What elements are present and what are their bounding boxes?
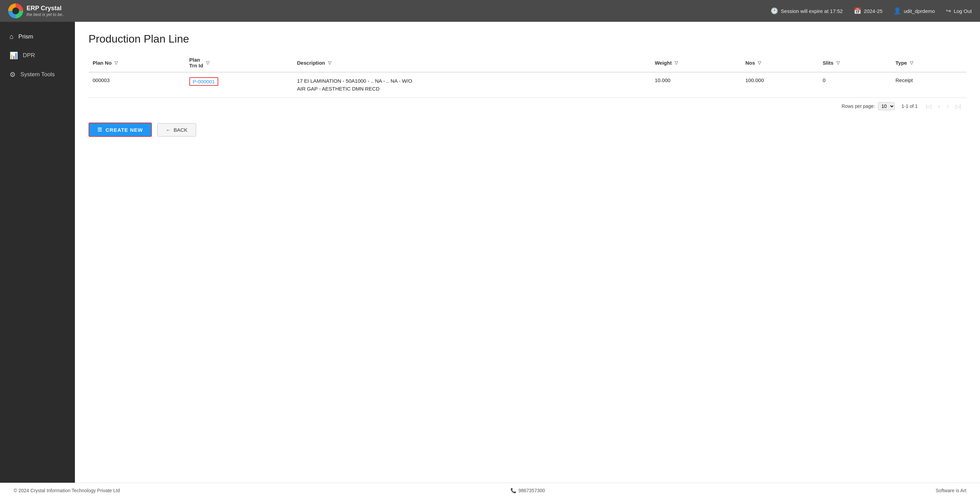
cell-plan-trn-id: P-000001: [185, 72, 293, 98]
col-nos: Nos ▽: [741, 53, 819, 72]
pagination-row: Rows per page: 10 25 50 1-1 of 1 |◁ ‹ › …: [89, 98, 966, 115]
rows-per-page-select[interactable]: 10 25 50: [878, 102, 895, 110]
app-footer: © 2024 Crystal Information Technology Pr…: [0, 483, 980, 498]
clock-icon: 🕐: [771, 7, 778, 14]
filter-type-icon[interactable]: ▽: [910, 60, 913, 65]
create-new-button[interactable]: ☰ CREATE NEW: [89, 123, 152, 137]
user-info: 👤 udit_dprdemo: [894, 7, 935, 14]
filter-nos-icon[interactable]: ▽: [758, 60, 761, 65]
col-plan-no: Plan No ▽: [89, 53, 185, 72]
next-page-button[interactable]: ›: [946, 102, 950, 110]
filter-slits-icon[interactable]: ▽: [836, 60, 840, 65]
cell-slits: 0: [819, 72, 891, 98]
footer-phone-number: 9867357300: [518, 488, 545, 493]
col-weight: Weight ▽: [651, 53, 741, 72]
phone-icon: 📞: [511, 488, 516, 493]
body-layout: ⌂ Prism 📊 DPR ⚙ System Tools Production …: [0, 22, 980, 483]
last-page-button[interactable]: ▷|: [954, 102, 962, 110]
sidebar-item-prism[interactable]: ⌂ Prism: [0, 27, 75, 46]
back-label: BACK: [173, 127, 188, 133]
rows-per-page-label: Rows per page:: [842, 103, 875, 109]
filter-plan-trn-id-icon[interactable]: ▽: [206, 60, 209, 65]
page-title: Production Plan Line: [89, 33, 966, 45]
sidebar: ⌂ Prism 📊 DPR ⚙ System Tools: [0, 22, 75, 483]
production-plan-table: Plan No ▽ PlanTrn Id ▽ Description: [89, 53, 966, 98]
main-content: Production Plan Line Plan No ▽ PlanTrn I…: [75, 22, 980, 483]
year-info: 📅 2024-25: [854, 7, 883, 14]
app-header: ERP Crystal the best is yet to be.. 🕐 Se…: [0, 0, 980, 22]
prev-page-button[interactable]: ‹: [937, 102, 941, 110]
filter-plan-no-icon[interactable]: ▽: [115, 60, 118, 65]
session-label: Session will expire at 17:52: [781, 8, 843, 14]
home-icon: ⌂: [10, 33, 14, 40]
sidebar-item-dpr[interactable]: 📊 DPR: [0, 46, 75, 65]
session-info: 🕐 Session will expire at 17:52: [771, 7, 843, 14]
logo-icon: [8, 3, 23, 18]
logo-area: ERP Crystal the best is yet to be..: [8, 3, 64, 18]
create-new-icon: ☰: [97, 127, 102, 133]
logout-icon: ↪: [946, 7, 951, 14]
col-description: Description ▽: [293, 53, 651, 72]
sidebar-item-prism-label: Prism: [18, 33, 33, 40]
logout-label: Log Out: [954, 8, 972, 14]
filter-weight-icon[interactable]: ▽: [675, 60, 678, 65]
table-row: 000003 P-000001 17 EI LAMINATION - 50A10…: [89, 72, 966, 98]
filter-description-icon[interactable]: ▽: [328, 60, 331, 65]
plan-trn-id-link[interactable]: P-000001: [189, 77, 218, 86]
sidebar-item-dpr-label: DPR: [23, 52, 35, 59]
first-page-button[interactable]: |◁: [924, 102, 933, 110]
user-label: udit_dprdemo: [904, 8, 935, 14]
rows-per-page: Rows per page: 10 25 50: [842, 102, 894, 110]
header-right: 🕐 Session will expire at 17:52 📅 2024-25…: [771, 7, 972, 14]
cell-nos: 100.000: [741, 72, 819, 98]
cell-type: Receipt: [891, 72, 966, 98]
table-header-row: Plan No ▽ PlanTrn Id ▽ Description: [89, 53, 966, 72]
footer-tagline: Software is Art: [936, 488, 966, 493]
year-label: 2024-25: [864, 8, 883, 14]
user-icon: 👤: [894, 7, 901, 14]
chart-icon: 📊: [10, 51, 18, 60]
page-info: 1-1 of 1: [902, 103, 918, 109]
logo-subtitle: the best is yet to be..: [27, 12, 64, 17]
create-new-label: CREATE NEW: [105, 127, 143, 133]
cell-weight: 10.000: [651, 72, 741, 98]
logo-text: ERP Crystal the best is yet to be..: [27, 5, 64, 17]
col-slits: Slits ▽: [819, 53, 891, 72]
gear-icon: ⚙: [10, 70, 16, 79]
back-button[interactable]: ← BACK: [158, 123, 196, 137]
footer-phone: 📞 9867357300: [511, 488, 545, 493]
calendar-icon: 📅: [854, 7, 861, 14]
logo-title: ERP Crystal: [27, 5, 64, 12]
cell-plan-no: 000003: [89, 72, 185, 98]
back-arrow-icon: ←: [166, 127, 171, 133]
col-plan-trn-id: PlanTrn Id ▽: [185, 53, 293, 72]
logout-button[interactable]: ↪ Log Out: [946, 7, 972, 14]
col-type: Type ▽: [891, 53, 966, 72]
sidebar-item-system-tools[interactable]: ⚙ System Tools: [0, 65, 75, 84]
footer-copyright: © 2024 Crystal Information Technology Pr…: [14, 488, 120, 493]
cell-description: 17 EI LAMINATION - 50A1000 - .. NA - .. …: [293, 72, 651, 98]
action-row: ☰ CREATE NEW ← BACK: [89, 123, 966, 145]
sidebar-item-system-tools-label: System Tools: [21, 71, 55, 78]
